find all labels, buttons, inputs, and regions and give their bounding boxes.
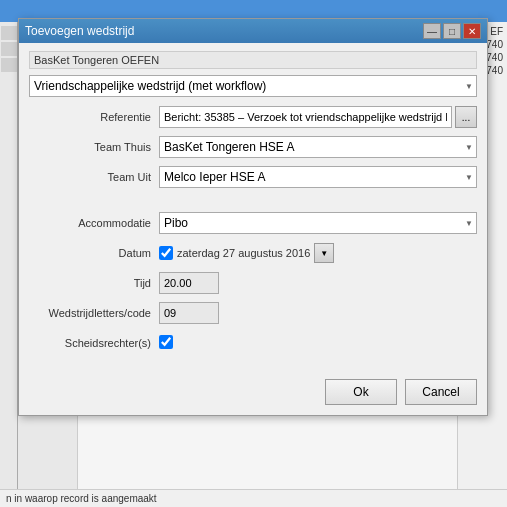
button-row: Ok Cancel — [29, 371, 477, 405]
datum-label: Datum — [29, 247, 159, 259]
dialog-body: BasKet Tongeren OEFEN Vriendschappelijke… — [19, 43, 487, 415]
reference-input-group: ... — [159, 106, 477, 128]
accommodatie-row: Accommodatie Pibo — [29, 211, 477, 235]
datum-row: Datum zaterdag 27 augustus 2016 ▼ — [29, 241, 477, 265]
wedstrijd-control — [159, 302, 477, 324]
team-uit-select[interactable]: Melco Ieper HSE A — [159, 166, 477, 188]
close-button[interactable]: ✕ — [463, 23, 481, 39]
scheids-checkbox[interactable] — [159, 335, 173, 349]
tijd-control — [159, 272, 477, 294]
accommodatie-select[interactable]: Pibo — [159, 212, 477, 234]
datum-control: zaterdag 27 augustus 2016 ▼ — [159, 243, 477, 263]
bg-sidebar-item — [1, 58, 17, 72]
team-uit-row: Team Uit Melco Ieper HSE A — [29, 165, 477, 189]
bg-sidebar-item — [1, 42, 17, 56]
type-select-wrapper: Vriendschappelijke wedstrijd (met workfl… — [29, 75, 477, 97]
tijd-row: Tijd — [29, 271, 477, 295]
dialog-titlebar: Toevoegen wedstrijd — □ ✕ — [19, 19, 487, 43]
team-uit-label: Team Uit — [29, 171, 159, 183]
ok-button[interactable]: Ok — [325, 379, 397, 405]
tijd-input[interactable] — [159, 272, 219, 294]
bg-sidebar — [0, 22, 18, 507]
status-bar: n in waarop record is aangemaakt — [0, 489, 507, 507]
team-thuis-row: Team Thuis BasKet Tongeren HSE A — [29, 135, 477, 159]
reference-control: ... — [159, 106, 477, 128]
type-select[interactable]: Vriendschappelijke wedstrijd (met workfl… — [29, 75, 477, 97]
date-input-group: zaterdag 27 augustus 2016 ▼ — [159, 243, 477, 263]
reference-label: Referentie — [29, 111, 159, 123]
reference-browse-button[interactable]: ... — [455, 106, 477, 128]
wedstrijd-input[interactable] — [159, 302, 219, 324]
wedstrijd-row: Wedstrijdletters/code — [29, 301, 477, 325]
calendar-icon: ▼ — [320, 249, 328, 258]
team-uit-control: Melco Ieper HSE A — [159, 166, 477, 188]
bg-sidebar-item — [1, 26, 17, 40]
team-thuis-control: BasKet Tongeren HSE A — [159, 136, 477, 158]
type-dropdown-row: Vriendschappelijke wedstrijd (met workfl… — [29, 75, 477, 97]
minimize-button[interactable]: — — [423, 23, 441, 39]
datum-checkbox[interactable] — [159, 246, 173, 260]
tijd-label: Tijd — [29, 277, 159, 289]
scheids-label: Scheidsrechter(s) — [29, 337, 159, 349]
reference-row: Referentie ... — [29, 105, 477, 129]
team-thuis-label: Team Thuis — [29, 141, 159, 153]
accommodatie-label: Accommodatie — [29, 217, 159, 229]
datum-calendar-button[interactable]: ▼ — [314, 243, 334, 263]
titlebar-buttons: — □ ✕ — [423, 23, 481, 39]
accommodatie-control: Pibo — [159, 212, 477, 234]
dialog: Toevoegen wedstrijd — □ ✕ BasKet Tongere… — [18, 18, 488, 416]
status-text: n in waarop record is aangemaakt — [6, 493, 157, 504]
scheids-control — [159, 335, 477, 352]
maximize-button[interactable]: □ — [443, 23, 461, 39]
datum-value: zaterdag 27 augustus 2016 — [177, 247, 310, 259]
team-thuis-select[interactable]: BasKet Tongeren HSE A — [159, 136, 477, 158]
dialog-subtitle: BasKet Tongeren OEFEN — [29, 51, 477, 69]
dialog-title: Toevoegen wedstrijd — [25, 24, 134, 38]
scheids-row: Scheidsrechter(s) — [29, 331, 477, 355]
cancel-button[interactable]: Cancel — [405, 379, 477, 405]
reference-input[interactable] — [159, 106, 452, 128]
wedstrijd-label: Wedstrijdletters/code — [29, 307, 159, 319]
